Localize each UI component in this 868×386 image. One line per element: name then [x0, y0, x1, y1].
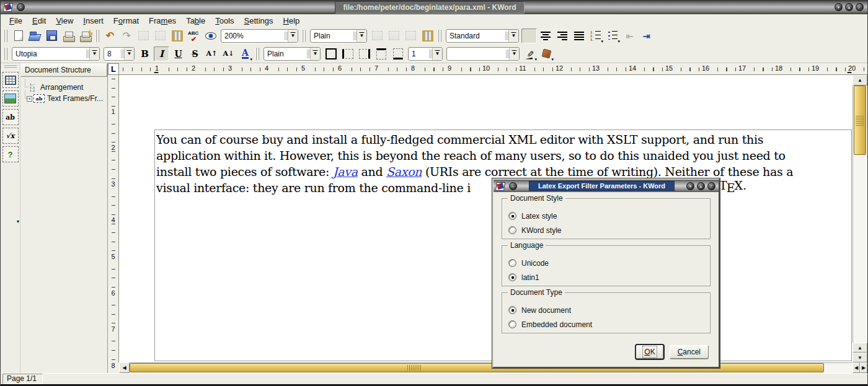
scroll-left-icon[interactable]: ◀: [852, 362, 860, 373]
border-top-icon[interactable]: [373, 46, 389, 61]
menu-file[interactable]: File: [4, 15, 27, 27]
border-right-icon[interactable]: [356, 46, 372, 61]
print-preview-icon[interactable]: ϟ: [78, 29, 93, 43]
scroll-up-icon[interactable]: ▲: [852, 343, 867, 353]
radio-new-document[interactable]: New document: [508, 303, 704, 317]
toolbar-handle[interactable]: [255, 48, 260, 60]
border-left-icon[interactable]: [340, 46, 355, 61]
combo-arrow-icon[interactable]: ▼: [124, 48, 134, 60]
toolbar-handle[interactable]: [302, 30, 306, 42]
toolbar-handle[interactable]: [95, 30, 100, 42]
radio-button-icon[interactable]: [508, 212, 516, 220]
combo-arrow-icon[interactable]: ▼: [356, 30, 366, 42]
tree-item-arrangement[interactable]: 1.– 1.1 1.2Arrangement: [22, 83, 106, 92]
hyperlink-java[interactable]: Java: [333, 165, 358, 178]
close-button[interactable]: ∕: [707, 182, 715, 190]
radio-latex-style[interactable]: Latex style: [508, 209, 704, 223]
menu-table[interactable]: Table: [181, 15, 210, 27]
new-document-icon[interactable]: [11, 29, 26, 43]
shade-button[interactable]: ▾: [835, 3, 843, 11]
align-right-icon[interactable]: [555, 29, 570, 43]
scroll-right-icon[interactable]: ▶: [860, 362, 867, 373]
insert-columns-icon[interactable]: [420, 29, 435, 43]
horizontal-scroll-thumb[interactable]: [130, 363, 824, 372]
scroll-down-icon[interactable]: ▼: [852, 353, 867, 362]
bulleted-list-icon[interactable]: ▾: [605, 29, 621, 43]
vertical-scrollbar[interactable]: ▲ ▲ ▼: [852, 75, 867, 362]
radio-button-icon[interactable]: [508, 273, 516, 281]
titlebar[interactable]: – file:/home/peter/doc/beginlatex/para.x…: [1, 0, 867, 14]
toolbar-handle[interactable]: [438, 30, 442, 42]
shade-button[interactable]: ▾: [686, 182, 694, 190]
reconnect-frame-icon[interactable]: [169, 29, 185, 43]
ok-button[interactable]: OK: [636, 345, 663, 359]
insert-formula-icon[interactable]: √x: [2, 128, 19, 144]
combo-arrow-icon[interactable]: ▼: [310, 48, 320, 60]
font-color-icon[interactable]: A▾: [237, 46, 253, 61]
combo-arrow-icon[interactable]: ▼: [288, 30, 298, 42]
background-color-icon[interactable]: ▾: [539, 46, 554, 61]
border-color-icon[interactable]: ✎▾: [522, 46, 538, 61]
combo-arrow-icon[interactable]: ▼: [432, 48, 442, 60]
border-width-select[interactable]: 1▼: [408, 47, 443, 61]
menu-frames[interactable]: Frames: [144, 15, 181, 27]
radio-button-icon[interactable]: [508, 226, 516, 234]
align-justify-icon[interactable]: [572, 29, 587, 43]
align-center-icon[interactable]: [538, 29, 554, 43]
border-line-style-select[interactable]: ▼: [446, 47, 520, 61]
font-size-select[interactable]: 8▼: [104, 47, 135, 61]
insert-object-icon[interactable]: ?: [2, 146, 19, 162]
bold-icon[interactable]: B: [137, 46, 153, 61]
frame-style-select[interactable]: Plain▼: [264, 47, 321, 61]
insert-picture-icon[interactable]: [2, 90, 19, 107]
vertical-ruler[interactable]: 12345678: [108, 75, 119, 362]
toolbar-handle[interactable]: [4, 30, 8, 42]
sticky-button[interactable]: –: [509, 182, 517, 190]
align-left-icon[interactable]: [521, 29, 537, 43]
increase-indent-icon[interactable]: ⇥: [639, 29, 654, 43]
combo-arrow-icon[interactable]: ▼: [89, 48, 99, 60]
save-document-icon[interactable]: [44, 29, 60, 43]
menu-insert[interactable]: Insert: [78, 15, 108, 27]
font-family-select[interactable]: Utopia▼: [12, 47, 100, 61]
numbered-list-icon[interactable]: ▾: [588, 29, 604, 43]
radio-latin1[interactable]: latin1: [508, 270, 704, 284]
insert-text-frame-icon[interactable]: ab: [2, 109, 19, 125]
radio-kword-style[interactable]: KWord style: [508, 223, 704, 237]
insert-table-icon[interactable]: [2, 72, 19, 88]
dialog-titlebar[interactable]: – Latex Export Filter Parameters - KWord…: [494, 180, 719, 192]
scroll-up-icon[interactable]: ▲: [852, 75, 867, 86]
sticky-button[interactable]: –: [17, 3, 25, 11]
radio-embedded-document[interactable]: Embedded document: [508, 317, 704, 331]
vertical-scroll-thumb[interactable]: [854, 86, 866, 155]
toolbar-handle[interactable]: [4, 64, 17, 68]
iconify-button[interactable]: ▴: [845, 3, 853, 11]
tree-expander[interactable]: +: [27, 96, 32, 102]
undo-icon[interactable]: ↶: [102, 29, 118, 43]
close-button[interactable]: ∕: [856, 3, 864, 11]
zoom-select[interactable]: 200%▼: [221, 29, 298, 43]
subscript-icon[interactable]: A↓: [221, 46, 236, 61]
toolbar-handle[interactable]: [4, 48, 8, 60]
border-outline-icon[interactable]: [323, 46, 339, 61]
border-bottom-icon[interactable]: [390, 46, 405, 61]
text-style-select[interactable]: Plain▼: [310, 29, 367, 43]
menu-tools[interactable]: Tools: [210, 15, 239, 27]
radio-button-icon[interactable]: [508, 320, 516, 328]
radio-button-icon[interactable]: [508, 259, 516, 267]
horizontal-ruler[interactable]: 1234567891011121314151617181920: [119, 63, 867, 75]
menu-help[interactable]: Help: [278, 15, 305, 27]
cancel-button[interactable]: Cancel: [670, 345, 709, 359]
combo-arrow-icon[interactable]: ▼: [509, 48, 519, 60]
document-canvas[interactable]: You can of course buy and install a full…: [119, 75, 852, 362]
superscript-icon[interactable]: A↑: [204, 46, 219, 61]
combo-arrow-icon[interactable]: ▼: [508, 30, 518, 42]
hyperlink-saxon[interactable]: Saxon: [386, 165, 422, 178]
menu-settings[interactable]: Settings: [239, 15, 278, 27]
menu-format[interactable]: Format: [108, 15, 144, 27]
spellcheck-icon[interactable]: [186, 29, 202, 43]
radio-unicode[interactable]: Unicode: [508, 256, 704, 270]
menu-view[interactable]: View: [51, 15, 78, 27]
preview-mode-icon[interactable]: [203, 29, 218, 43]
menu-edit[interactable]: Edit: [27, 15, 51, 27]
